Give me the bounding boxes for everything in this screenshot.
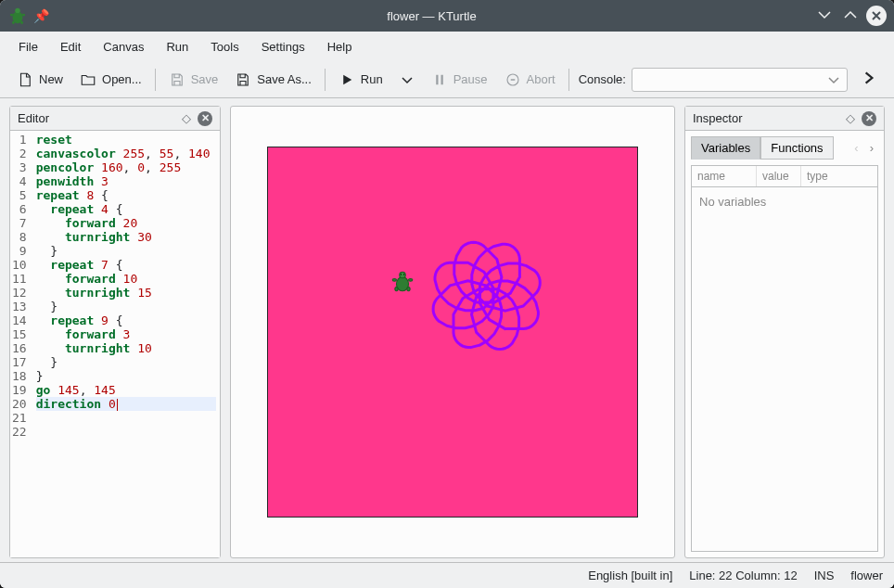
inspector-body: VariablesFunctions ‹ › namevaluetype No … bbox=[685, 131, 884, 557]
tab-next[interactable]: › bbox=[865, 139, 878, 157]
status-filename: flower bbox=[850, 569, 883, 582]
pause-label: Pause bbox=[453, 72, 488, 86]
menubar: FileEditCanvasRunToolsSettingsHelp bbox=[0, 32, 894, 61]
new-label: New bbox=[39, 72, 63, 86]
turtle-canvas bbox=[267, 147, 638, 518]
variables-empty: No variables bbox=[692, 187, 877, 216]
svg-point-9 bbox=[400, 272, 406, 278]
chevron-down-icon[interactable] bbox=[826, 72, 841, 87]
close-button[interactable] bbox=[866, 6, 887, 26]
separator bbox=[568, 69, 569, 91]
abort-button: Abort bbox=[497, 68, 563, 92]
close-panel-icon[interactable]: ✕ bbox=[198, 111, 212, 126]
menu-edit[interactable]: Edit bbox=[51, 35, 90, 58]
save-icon bbox=[169, 71, 185, 88]
toolbar-overflow[interactable] bbox=[853, 66, 885, 93]
code-area[interactable]: resetcanvascolor 255, 55, 140pencolor 16… bbox=[32, 131, 220, 557]
detach-icon[interactable]: ◇ bbox=[843, 111, 858, 126]
app-window: 📌 flower — KTurtle FileEditCanvasRunTool… bbox=[0, 0, 894, 588]
console-label: Console: bbox=[579, 72, 626, 86]
svg-point-11 bbox=[409, 278, 413, 281]
turtle-sprite bbox=[390, 270, 415, 294]
drawing-layer bbox=[268, 147, 639, 518]
pause-icon bbox=[431, 71, 448, 88]
content-area: Editor ◇ ✕ 12345678910111213141516171819… bbox=[0, 98, 894, 562]
svg-point-12 bbox=[395, 287, 398, 290]
app-icon bbox=[7, 6, 28, 26]
menu-canvas[interactable]: Canvas bbox=[94, 35, 153, 58]
inspector-title: Inspector bbox=[693, 111, 742, 125]
separator bbox=[325, 69, 326, 91]
open-label: Open... bbox=[102, 72, 142, 86]
minimize-button[interactable] bbox=[814, 6, 835, 26]
column-name[interactable]: name bbox=[692, 166, 757, 186]
svg-point-4 bbox=[12, 21, 15, 25]
svg-point-14 bbox=[401, 274, 402, 275]
svg-point-1 bbox=[15, 8, 20, 14]
variables-table: namevaluetype No variables bbox=[691, 165, 878, 552]
svg-point-5 bbox=[20, 21, 23, 25]
variables-header: namevaluetype bbox=[692, 166, 877, 187]
close-panel-icon[interactable]: ✕ bbox=[862, 111, 876, 126]
open-button[interactable]: Open... bbox=[72, 68, 149, 92]
new-file-icon bbox=[17, 71, 33, 88]
canvas-panel bbox=[230, 106, 675, 558]
saveas-icon bbox=[235, 71, 251, 88]
titlebar: 📌 flower — KTurtle bbox=[0, 0, 894, 32]
status-mode: INS bbox=[814, 569, 835, 582]
inspector-header: Inspector ◇ ✕ bbox=[685, 107, 884, 131]
chevron-down-icon bbox=[400, 72, 415, 87]
tab-prev: ‹ bbox=[849, 139, 862, 157]
svg-point-3 bbox=[22, 14, 26, 17]
inspector-tabs: VariablesFunctions ‹ › bbox=[691, 136, 878, 160]
maximize-button[interactable] bbox=[840, 6, 861, 26]
editor-panel: Editor ◇ ✕ 12345678910111213141516171819… bbox=[9, 106, 221, 558]
svg-point-2 bbox=[10, 14, 14, 17]
window-title: flower — KTurtle bbox=[49, 9, 814, 23]
pause-button: Pause bbox=[424, 68, 495, 92]
save-label: Save bbox=[191, 72, 219, 86]
run-label: Run bbox=[361, 72, 383, 86]
svg-rect-7 bbox=[510, 79, 515, 81]
status-position: Line: 22 Column: 12 bbox=[689, 569, 797, 582]
save-button: Save bbox=[161, 68, 226, 92]
svg-point-15 bbox=[403, 274, 404, 275]
menu-file[interactable]: File bbox=[9, 35, 47, 58]
svg-point-10 bbox=[392, 278, 396, 281]
inspector-panel: Inspector ◇ ✕ VariablesFunctions ‹ › nam… bbox=[684, 106, 885, 558]
run-dropdown[interactable] bbox=[392, 69, 422, 91]
editor-title: Editor bbox=[18, 111, 49, 125]
tab-variables[interactable]: Variables bbox=[691, 136, 760, 160]
new-button[interactable]: New bbox=[9, 68, 70, 92]
code-editor[interactable]: 12345678910111213141516171819202122 rese… bbox=[10, 131, 220, 557]
abort-icon bbox=[504, 71, 521, 88]
menu-settings[interactable]: Settings bbox=[252, 35, 314, 58]
open-folder-icon bbox=[80, 71, 96, 88]
abort-label: Abort bbox=[527, 72, 556, 86]
saveas-label: Save As... bbox=[257, 72, 312, 86]
editor-header: Editor ◇ ✕ bbox=[10, 107, 220, 131]
tab-functions[interactable]: Functions bbox=[760, 136, 833, 160]
detach-icon[interactable]: ◇ bbox=[179, 111, 194, 126]
status-language: English [built in] bbox=[588, 569, 672, 582]
toolbar: New Open... Save Save As... Run Pause bbox=[0, 61, 894, 98]
svg-point-13 bbox=[407, 287, 410, 290]
menu-help[interactable]: Help bbox=[318, 35, 362, 58]
separator bbox=[155, 69, 156, 91]
menu-tools[interactable]: Tools bbox=[201, 35, 248, 58]
column-value[interactable]: value bbox=[757, 166, 801, 186]
menu-run[interactable]: Run bbox=[157, 35, 198, 58]
statusbar: English [built in] Line: 22 Column: 12 I… bbox=[0, 562, 894, 588]
console-input[interactable] bbox=[632, 68, 848, 92]
run-button[interactable]: Run bbox=[331, 68, 390, 92]
play-icon bbox=[338, 71, 355, 88]
pin-icon[interactable]: 📌 bbox=[33, 8, 49, 23]
saveas-button[interactable]: Save As... bbox=[227, 68, 319, 92]
column-type[interactable]: type bbox=[801, 166, 838, 186]
line-gutter: 12345678910111213141516171819202122 bbox=[10, 131, 32, 557]
